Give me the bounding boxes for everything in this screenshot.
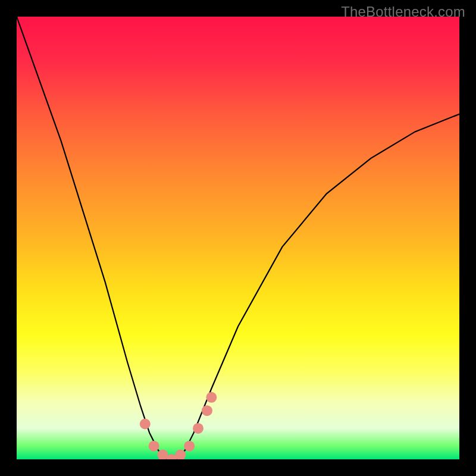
marker-group — [140, 392, 217, 459]
data-point — [184, 441, 195, 452]
plot-area — [17, 17, 459, 459]
data-point — [140, 419, 151, 430]
curve-overlay — [17, 17, 459, 459]
data-point — [206, 392, 217, 403]
chart-container: TheBottleneck.com — [0, 0, 476, 476]
data-point — [193, 423, 203, 434]
data-point — [202, 405, 212, 416]
data-point — [149, 441, 159, 452]
bottleneck-curve — [17, 17, 459, 459]
watermark-text: TheBottleneck.com — [341, 4, 465, 20]
